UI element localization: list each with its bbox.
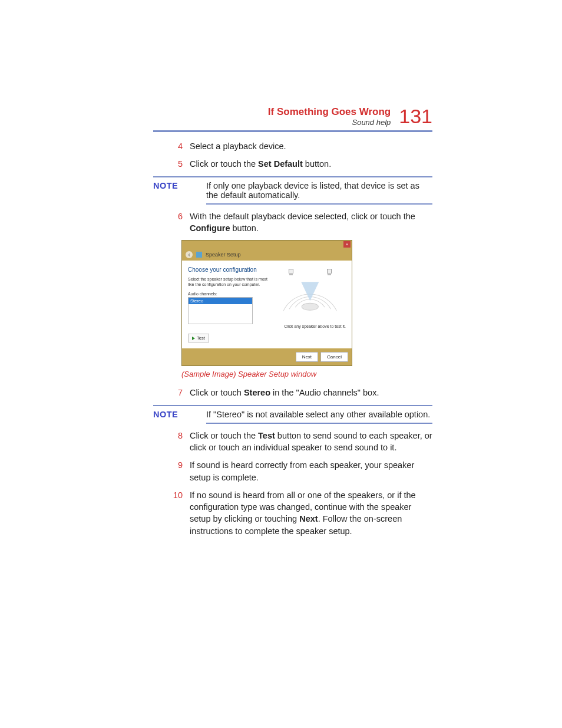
step-number: 8: [165, 430, 183, 454]
play-icon: [192, 337, 195, 340]
step-number: 5: [165, 158, 183, 170]
svg-point-1: [302, 303, 319, 310]
dialog-footer: Next Cancel: [182, 348, 352, 365]
step-6: 6 With the default playback device selec…: [165, 210, 432, 235]
page-header: If Something Goes Wrong Sound help 131: [153, 106, 432, 127]
cancel-button[interactable]: Cancel: [320, 352, 348, 362]
listbox-item-stereo[interactable]: Stereo: [189, 298, 252, 304]
section-title: Sound help: [268, 118, 391, 127]
audio-channels-label: Audio channels:: [188, 292, 275, 296]
next-button[interactable]: Next: [296, 352, 318, 362]
chapter-title: If Something Goes Wrong: [268, 106, 391, 118]
divider: [153, 176, 432, 177]
note-text: If only one playback device is listed, t…: [206, 181, 432, 200]
note-block: NOTE If "Stereo" is not available select…: [153, 410, 432, 419]
step-9: 9 If sound is heard correctly from each …: [165, 459, 432, 483]
step-text: Click or touch Stereo in the "Audio chan…: [190, 387, 432, 398]
dialog-nav: Speaker Setup: [182, 249, 352, 261]
step-number: 9: [165, 459, 183, 483]
divider: [206, 203, 432, 205]
step-text: If sound is heard correctly from each sp…: [190, 459, 432, 483]
step-10: 10 If no sound is heard from all or one …: [165, 489, 432, 537]
dialog-heading: Choose your configuration: [188, 266, 275, 273]
arc-graphic: [275, 266, 346, 319]
divider: [153, 405, 432, 406]
note-text: If "Stereo" is not available select any …: [206, 410, 432, 419]
speaker-setup-dialog: × Speaker Setup Choose your configuratio…: [181, 240, 352, 366]
step-7: 7 Click or touch Stereo in the "Audio ch…: [165, 387, 432, 398]
speaker-diagram: [275, 266, 346, 319]
left-speaker-icon[interactable]: [289, 269, 293, 274]
step-number: 7: [165, 387, 183, 398]
dialog-description: Select the speaker setup below that is m…: [188, 276, 275, 287]
note-label: NOTE: [153, 181, 206, 200]
step-4: 4 Select a playback device.: [165, 140, 432, 152]
step-text: Select a playback device.: [190, 140, 432, 152]
dialog-hint: Click any speaker above to test it.: [275, 324, 346, 328]
step-5: 5 Click or touch the Set Default button.: [165, 158, 432, 170]
step-text: With the default playback device selecte…: [190, 210, 432, 235]
step-text: Click or touch the Test button to send s…: [190, 430, 432, 454]
close-button[interactable]: ×: [343, 241, 351, 248]
dialog-titlebar: ×: [182, 241, 352, 249]
step-text: Click or touch the Set Default button.: [190, 158, 432, 170]
image-caption: (Sample Image) Speaker Setup window: [181, 370, 432, 378]
step-number: 10: [165, 489, 183, 537]
divider: [153, 130, 432, 132]
step-number: 4: [165, 140, 183, 152]
step-text: If no sound is heard from all or one of …: [190, 489, 432, 537]
test-button[interactable]: Test: [188, 334, 209, 342]
speaker-icon: [196, 252, 202, 258]
right-speaker-icon[interactable]: [327, 269, 332, 274]
step-number: 6: [165, 210, 183, 235]
page-number: 131: [399, 106, 432, 126]
audio-channels-listbox[interactable]: Stereo: [188, 297, 253, 324]
note-label: NOTE: [153, 410, 206, 419]
step-8: 8 Click or touch the Test button to send…: [165, 430, 432, 454]
divider: [206, 423, 432, 424]
note-block: NOTE If only one playback device is list…: [153, 181, 432, 200]
back-icon[interactable]: [186, 251, 193, 258]
dialog-title: Speaker Setup: [206, 252, 241, 258]
